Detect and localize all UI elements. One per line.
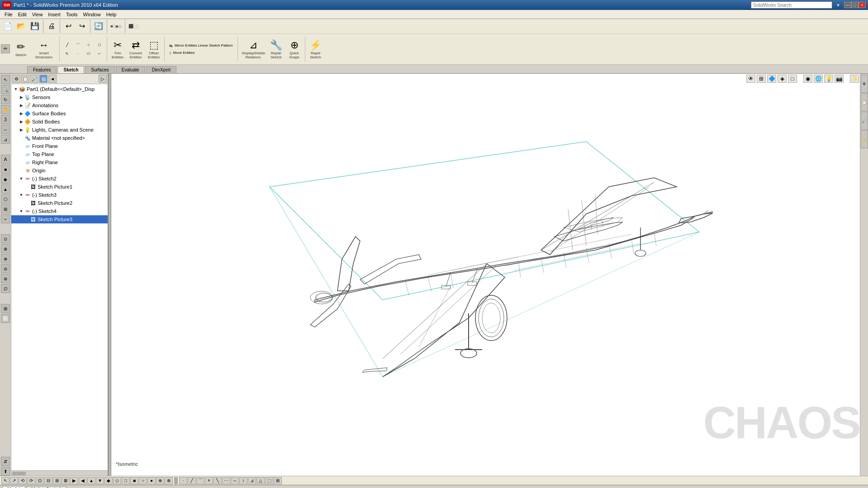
- tree-sketch-picture1[interactable]: 🖼 Sketch Picture1: [11, 183, 108, 191]
- left-icon-rel[interactable]: ⊿: [1, 135, 10, 144]
- bt-btn-30[interactable]: △: [256, 477, 265, 484]
- model-tab-motion-study[interactable]: Motion Study 1: [26, 486, 66, 488]
- right-icon-4[interactable]: 📐: [861, 130, 868, 148]
- bt-btn-9[interactable]: ▶: [70, 477, 78, 484]
- tree-sketch4[interactable]: ▼ ✏ (-) Sketch4: [11, 207, 108, 215]
- bt-btn-31[interactable]: ⬚: [265, 477, 273, 484]
- left-icon-n[interactable]: ⬜: [1, 314, 10, 323]
- left-icon-pan[interactable]: ✋: [1, 105, 10, 114]
- viewport[interactable]: 👁 ⊞ 🔷 ◈ □ ◉ 🌐 💡 📷 ✨: [111, 74, 860, 476]
- menu-insert[interactable]: Insert: [45, 11, 63, 18]
- bt-btn-29[interactable]: ⊿: [248, 477, 256, 484]
- close-button[interactable]: ×: [859, 2, 866, 8]
- left-icon-k[interactable]: ⊘: [1, 264, 10, 273]
- expand-lights[interactable]: ▶: [19, 127, 24, 133]
- left-icon-c[interactable]: ◆: [1, 175, 10, 184]
- left-icon-f[interactable]: ⊞: [1, 204, 10, 213]
- bt-btn-1[interactable]: ↖: [1, 477, 9, 484]
- menu-window[interactable]: Window: [81, 11, 104, 18]
- tree-lights[interactable]: ▶ 💡 Lights, Cameras and Scene: [11, 126, 108, 134]
- bt-btn-15[interactable]: □: [122, 477, 130, 484]
- bt-btn-32[interactable]: ⊞: [274, 477, 282, 484]
- tree-front-plane[interactable]: ▱ Front Plane: [11, 142, 108, 150]
- bt-btn-20[interactable]: ⊗: [165, 477, 173, 484]
- expand-sketch4[interactable]: ▼: [19, 208, 24, 214]
- left-icon-select[interactable]: ↖: [1, 75, 10, 84]
- expand-material[interactable]: [19, 135, 24, 141]
- view-area-button[interactable]: □: [788, 75, 797, 83]
- tree-top-plane[interactable]: ▱ Top Plane: [11, 150, 108, 158]
- redo-button[interactable]: ↪: [75, 21, 89, 31]
- tab-surfaces[interactable]: Surfaces: [85, 66, 114, 73]
- bt-btn-5[interactable]: ⊡: [36, 477, 44, 484]
- view-scene-button[interactable]: 🌐: [814, 75, 823, 83]
- bt-btn-22[interactable]: ╱: [188, 477, 196, 484]
- repair-sketch-button[interactable]: 🔧 RepairSketch: [267, 35, 285, 63]
- bt-btn-3[interactable]: ⟲: [19, 477, 27, 484]
- bt-btn-18[interactable]: ●: [147, 477, 156, 484]
- view-render-button[interactable]: ◉: [803, 75, 812, 83]
- point-button[interactable]: ·: [73, 50, 83, 57]
- left-icon-e[interactable]: ⬡: [1, 194, 10, 204]
- view-realview-button[interactable]: ✨: [850, 75, 859, 83]
- menu-help[interactable]: Help: [104, 11, 119, 18]
- tree-sketch3[interactable]: ▼ ✏ (-) Sketch3: [11, 191, 108, 199]
- left-icon-3d[interactable]: 3: [1, 115, 10, 124]
- tree-btn-4[interactable]: ▤: [39, 75, 47, 83]
- expand-sketch-picture3[interactable]: [24, 217, 29, 222]
- left-icon-j[interactable]: ⊗: [1, 254, 10, 263]
- tree-root[interactable]: ▼ 📦 Part1 (Default<<Default>_Disp: [11, 85, 108, 93]
- line-button[interactable]: ╱: [62, 42, 72, 49]
- expand-sketch-picture2[interactable]: [24, 200, 29, 206]
- save-button[interactable]: 💾: [28, 21, 42, 31]
- expand-surface-bodies[interactable]: ▶: [19, 111, 24, 116]
- view-light-button[interactable]: 💡: [824, 75, 833, 83]
- bt-btn-26[interactable]: ⋯: [222, 477, 230, 484]
- bt-btn-8[interactable]: ⊠: [62, 477, 70, 484]
- left-icon-d[interactable]: ▲: [1, 185, 10, 194]
- left-icon-i[interactable]: ⊕: [1, 244, 10, 253]
- left-icon-zoom[interactable]: 🔍: [1, 85, 10, 94]
- open-button[interactable]: 📂: [14, 21, 28, 31]
- right-icon-1[interactable]: ⚙: [861, 75, 868, 93]
- left-icon-rotate[interactable]: ↻: [1, 95, 10, 104]
- view-display-button[interactable]: 🔷: [767, 75, 776, 83]
- right-icon-3[interactable]: 🔎: [861, 112, 868, 130]
- tree-btn-3[interactable]: 🔎: [30, 75, 38, 83]
- view-hide-button[interactable]: ◈: [778, 75, 787, 83]
- offset-entities-button[interactable]: ⬚ OffsetEntities: [145, 35, 163, 63]
- tab-features[interactable]: Features: [27, 66, 57, 73]
- view-camera-button[interactable]: 📷: [835, 75, 844, 83]
- slot-button[interactable]: ⬭: [84, 50, 94, 57]
- bt-btn-25[interactable]: ╲: [213, 477, 222, 484]
- tree-sketch2[interactable]: ▼ ✏ (-) Sketch2: [11, 175, 108, 183]
- tree-surface-bodies[interactable]: ▶ 🔷 Surface Bodies: [11, 109, 108, 118]
- expand-sketch-picture1[interactable]: [24, 184, 29, 190]
- bt-btn-14[interactable]: ◇: [113, 477, 121, 484]
- move-entities-button[interactable]: ↕ Move Entities: [167, 49, 235, 57]
- tree-btn-expand-all[interactable]: ▷: [99, 75, 107, 83]
- bt-btn-28[interactable]: ↕: [239, 477, 247, 484]
- right-icon-2[interactable]: 📋: [861, 93, 868, 111]
- left-icon-h[interactable]: ⊙: [1, 234, 10, 243]
- display-delete-relations-button[interactable]: ⊿ Display/DeleteRelations: [239, 35, 267, 63]
- bt-btn-12[interactable]: ▼: [96, 477, 104, 484]
- smart-dimension-button[interactable]: ↔ Smart Dimension: [30, 35, 58, 63]
- tab-sketch[interactable]: Sketch: [57, 66, 84, 73]
- bt-btn-19[interactable]: ⊕: [156, 477, 164, 484]
- left-icon-arrows[interactable]: ⇵: [1, 457, 10, 466]
- solidworks-search[interactable]: [751, 1, 832, 9]
- bt-btn-16[interactable]: ■: [130, 477, 138, 484]
- expand-origin[interactable]: [19, 168, 24, 173]
- tree-btn-1[interactable]: ⚙: [12, 75, 20, 83]
- view-orient-button[interactable]: 👁: [746, 75, 755, 83]
- convert-entities-button[interactable]: ⇄ ConvertEntities: [127, 35, 145, 63]
- tree-btn-2[interactable]: 📋: [21, 75, 29, 83]
- new-button[interactable]: 📄: [1, 21, 14, 31]
- bt-btn-7[interactable]: ⊞: [53, 477, 61, 484]
- expand-sketch3[interactable]: ▼: [19, 192, 24, 198]
- circle-button[interactable]: ○: [84, 42, 94, 49]
- tree-sketch-picture2[interactable]: 🖼 Sketch Picture2: [11, 199, 108, 207]
- expand-annotations[interactable]: ▶: [19, 103, 24, 108]
- bt-btn-23[interactable]: ⌒: [196, 477, 204, 484]
